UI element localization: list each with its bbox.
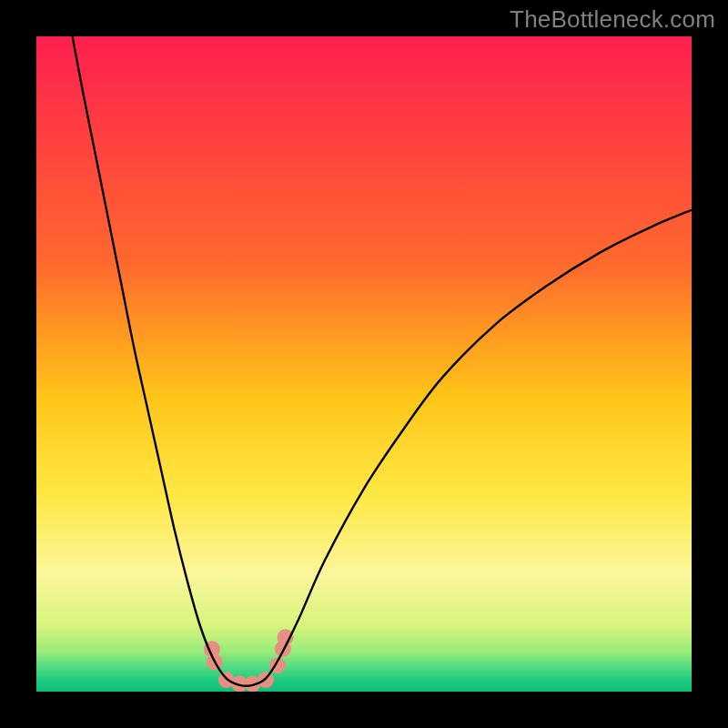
watermark-text: TheBottleneck.com — [510, 5, 715, 34]
curve-layer — [36, 36, 692, 692]
marker-dot-group — [204, 629, 294, 692]
chart-frame: TheBottleneck.com — [0, 0, 728, 728]
plot-area — [36, 36, 692, 692]
bottleneck-curve-path — [73, 36, 692, 686]
